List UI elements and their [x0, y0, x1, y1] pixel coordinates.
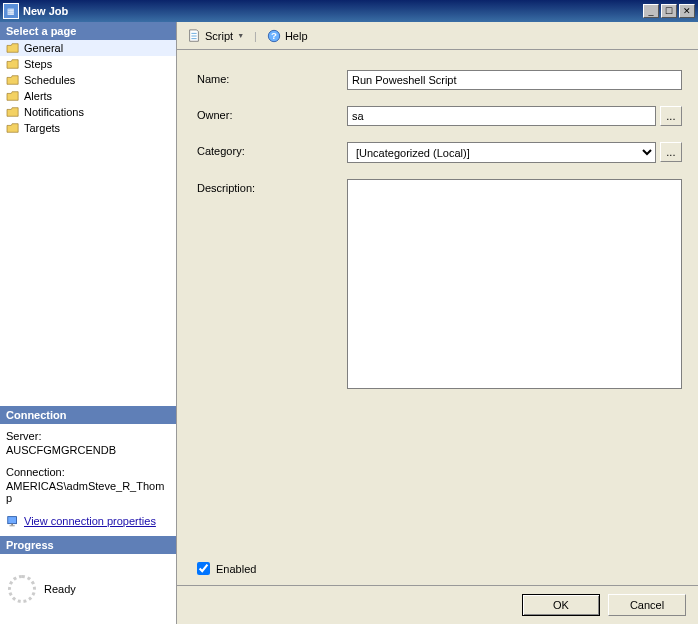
- script-button[interactable]: Script ▼: [183, 27, 248, 45]
- window-title: New Job: [23, 5, 641, 17]
- enabled-label: Enabled: [216, 563, 256, 575]
- name-label: Name:: [197, 70, 347, 85]
- page-list: General Steps Schedules Alerts Notificat…: [0, 40, 176, 136]
- chevron-down-icon: ▼: [237, 32, 244, 39]
- server-label: Server:: [6, 430, 170, 442]
- toolbar: Script ▼ | ? Help: [177, 22, 698, 50]
- connection-value: AMERICAS\admSteve_R_Thomp: [6, 480, 170, 504]
- toolbar-separator: |: [254, 30, 257, 42]
- svg-text:?: ?: [271, 29, 277, 40]
- help-button[interactable]: ? Help: [263, 27, 312, 45]
- enabled-checkbox[interactable]: [197, 562, 210, 575]
- sidebar-item-alerts[interactable]: Alerts: [0, 88, 176, 104]
- svg-rect-0: [8, 517, 17, 524]
- server-value: AUSCFGMGRCENDB: [6, 444, 170, 456]
- owner-browse-button[interactable]: ...: [660, 106, 682, 126]
- minimize-button[interactable]: _: [643, 4, 659, 18]
- sidebar-item-notifications[interactable]: Notifications: [0, 104, 176, 120]
- titlebar: ▦ New Job _ ☐ ✕: [0, 0, 698, 22]
- ok-button[interactable]: OK: [522, 594, 600, 616]
- description-label: Description:: [197, 179, 347, 194]
- description-input[interactable]: [347, 179, 682, 389]
- progress-status: Ready: [44, 583, 76, 595]
- connection-header: Connection: [0, 406, 176, 424]
- maximize-button[interactable]: ☐: [661, 4, 677, 18]
- category-browse-button[interactable]: ...: [660, 142, 682, 162]
- folder-icon: [6, 74, 20, 86]
- sidebar: Select a page General Steps Schedules Al…: [0, 22, 177, 624]
- spinner-icon: [8, 575, 36, 603]
- category-label: Category:: [197, 142, 347, 157]
- view-connection-properties-link[interactable]: View connection properties: [6, 514, 156, 528]
- sidebar-item-schedules[interactable]: Schedules: [0, 72, 176, 88]
- svg-rect-2: [10, 525, 15, 526]
- name-input[interactable]: [347, 70, 682, 90]
- help-label: Help: [285, 30, 308, 42]
- owner-input[interactable]: [347, 106, 656, 126]
- connection-icon: [6, 514, 20, 528]
- progress-panel: Ready: [0, 554, 176, 624]
- view-connection-properties-label: View connection properties: [24, 515, 156, 527]
- content: Script ▼ | ? Help Name: Owner: ...: [177, 22, 698, 624]
- script-label: Script: [205, 30, 233, 42]
- sidebar-item-general[interactable]: General: [0, 40, 176, 56]
- category-select[interactable]: [Uncategorized (Local)]: [347, 142, 656, 163]
- help-icon: ?: [267, 29, 281, 43]
- owner-label: Owner:: [197, 106, 347, 121]
- sidebar-item-label: Steps: [24, 58, 52, 70]
- sidebar-item-label: Alerts: [24, 90, 52, 102]
- svg-rect-1: [11, 524, 13, 526]
- connection-label: Connection:: [6, 466, 170, 478]
- folder-icon: [6, 90, 20, 102]
- enabled-row: Enabled: [177, 552, 698, 585]
- sidebar-item-label: Schedules: [24, 74, 75, 86]
- connection-panel: Server: AUSCFGMGRCENDB Connection: AMERI…: [0, 424, 176, 536]
- sidebar-item-label: Notifications: [24, 106, 84, 118]
- sidebar-item-targets[interactable]: Targets: [0, 120, 176, 136]
- select-page-header: Select a page: [0, 22, 176, 40]
- form-area: Name: Owner: ... Category: [Uncategorize…: [177, 50, 698, 552]
- folder-icon: [6, 42, 20, 54]
- close-button[interactable]: ✕: [679, 4, 695, 18]
- script-icon: [187, 29, 201, 43]
- folder-icon: [6, 122, 20, 134]
- folder-icon: [6, 58, 20, 70]
- progress-header: Progress: [0, 536, 176, 554]
- folder-icon: [6, 106, 20, 118]
- app-icon: ▦: [3, 3, 19, 19]
- sidebar-item-steps[interactable]: Steps: [0, 56, 176, 72]
- footer: OK Cancel: [177, 585, 698, 624]
- sidebar-item-label: General: [24, 42, 63, 54]
- cancel-button[interactable]: Cancel: [608, 594, 686, 616]
- sidebar-item-label: Targets: [24, 122, 60, 134]
